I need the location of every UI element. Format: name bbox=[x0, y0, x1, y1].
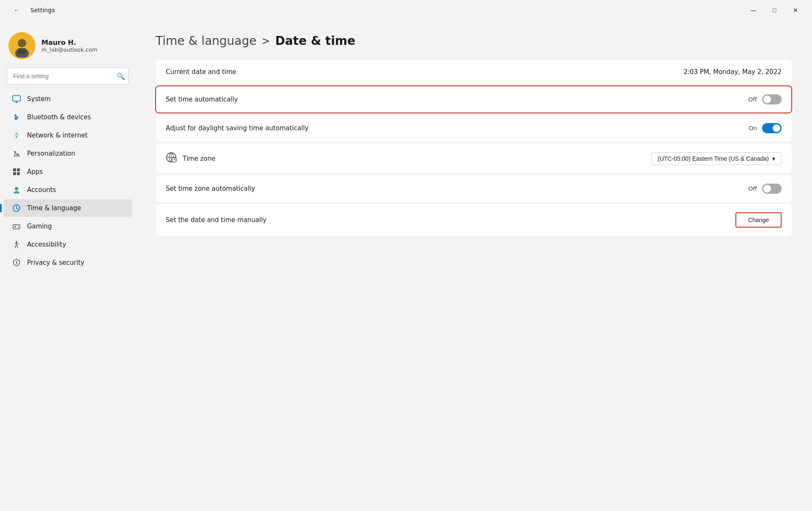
sidebar-item-label-bluetooth: Bluetooth & devices bbox=[27, 113, 91, 121]
change-button[interactable]: Change bbox=[735, 212, 782, 228]
search-box: 🔍 bbox=[7, 68, 129, 85]
bluetooth-icon bbox=[12, 113, 21, 122]
titlebar-controls: — □ ✕ bbox=[743, 3, 805, 17]
titlebar-left: ← Settings bbox=[7, 3, 55, 17]
apps-icon bbox=[12, 167, 21, 176]
svg-rect-9 bbox=[13, 168, 16, 171]
sidebar-item-label-privacy: Privacy & security bbox=[27, 259, 84, 266]
sidebar-item-gaming[interactable]: Gaming bbox=[3, 217, 132, 235]
svg-rect-10 bbox=[17, 168, 20, 171]
daylight-saving-label: Adjust for daylight saving time automati… bbox=[166, 124, 308, 132]
titlebar: ← Settings — □ ✕ bbox=[0, 0, 812, 20]
gaming-icon bbox=[12, 222, 21, 231]
user-profile: Mauro H. m_lab@outlook.com bbox=[0, 27, 135, 68]
svg-rect-3 bbox=[18, 48, 26, 54]
user-info: Mauro H. m_lab@outlook.com bbox=[41, 38, 97, 53]
timezone-left: Time zone bbox=[166, 152, 215, 165]
sidebar-item-label-apps: Apps bbox=[27, 168, 43, 176]
time-icon bbox=[12, 203, 21, 213]
breadcrumb-parent: Time & language bbox=[156, 34, 257, 48]
set-zone-auto-right: Off bbox=[748, 184, 782, 194]
page-header: Time & language > Date & time bbox=[156, 34, 792, 48]
svg-point-25 bbox=[16, 261, 17, 262]
svg-rect-4 bbox=[13, 96, 20, 101]
sidebar-item-accessibility[interactable]: Accessibility bbox=[3, 236, 132, 253]
set-zone-auto-label: Set time zone automatically bbox=[166, 185, 255, 192]
svg-rect-11 bbox=[13, 172, 16, 175]
sidebar-item-apps[interactable]: Apps bbox=[3, 163, 132, 181]
set-zone-auto-toggle[interactable] bbox=[762, 184, 782, 194]
accessibility-icon bbox=[12, 240, 21, 249]
breadcrumb-arrow: > bbox=[262, 35, 270, 47]
sidebar-item-privacy[interactable]: Privacy & security bbox=[3, 254, 132, 272]
personalization-icon bbox=[12, 149, 21, 158]
timezone-card: Time zone (UTC-05:00) Eastern Time (US &… bbox=[156, 143, 792, 173]
search-icon: 🔍 bbox=[117, 73, 125, 80]
sidebar-item-label-personalization: Personalization bbox=[27, 150, 75, 157]
sidebar-item-label-time: Time & language bbox=[27, 204, 81, 212]
sidebar-item-label-accessibility: Accessibility bbox=[27, 241, 66, 248]
set-time-auto-toggle[interactable] bbox=[762, 94, 782, 104]
sidebar-item-accounts[interactable]: Accounts bbox=[3, 181, 132, 199]
sidebar-item-label-gaming: Gaming bbox=[27, 223, 52, 230]
sidebar-item-time[interactable]: Time & language bbox=[3, 199, 132, 217]
set-time-auto-right: Off bbox=[748, 94, 782, 104]
manual-card: Set the date and time manually Change bbox=[156, 204, 792, 236]
svg-rect-17 bbox=[13, 225, 20, 229]
close-button[interactable]: ✕ bbox=[786, 3, 805, 17]
nav-list: System Bluetooth & devices Network & int… bbox=[0, 90, 135, 272]
network-icon bbox=[12, 131, 21, 140]
avatar bbox=[8, 32, 36, 59]
current-datetime-card: Current date and time 2:03 PM, Monday, M… bbox=[156, 60, 792, 84]
daylight-saving-toggle[interactable] bbox=[762, 123, 782, 133]
set-time-auto-toggle-label: Off bbox=[748, 96, 757, 103]
svg-point-22 bbox=[16, 241, 17, 243]
timezone-select[interactable]: (UTC-05:00) Eastern Time (US & Canada) ▾ bbox=[651, 152, 782, 165]
sidebar-item-personalization[interactable]: Personalization bbox=[3, 145, 132, 162]
user-name: Mauro H. bbox=[41, 38, 97, 47]
svg-point-1 bbox=[18, 39, 26, 47]
system-icon bbox=[12, 94, 21, 104]
svg-line-16 bbox=[16, 208, 18, 209]
search-input[interactable] bbox=[7, 68, 129, 85]
manual-label: Set the date and time manually bbox=[166, 216, 266, 224]
accounts-icon bbox=[12, 185, 21, 195]
sidebar-item-label-system: System bbox=[27, 95, 51, 103]
sidebar-item-label-accounts: Accounts bbox=[27, 186, 56, 194]
timezone-label: Time zone bbox=[183, 155, 215, 162]
sidebar-item-system[interactable]: System bbox=[3, 90, 132, 108]
breadcrumb-current: Date & time bbox=[275, 34, 356, 48]
daylight-saving-card: Adjust for daylight saving time automati… bbox=[156, 115, 792, 142]
search-icon-button[interactable]: 🔍 bbox=[117, 72, 125, 80]
svg-point-8 bbox=[14, 151, 16, 153]
set-zone-auto-card: Set time zone automatically Off bbox=[156, 175, 792, 202]
current-datetime-label: Current date and time bbox=[166, 68, 236, 76]
svg-rect-12 bbox=[17, 172, 20, 175]
back-button[interactable]: ← bbox=[7, 3, 26, 17]
app-window: Mauro H. m_lab@outlook.com 🔍 System Blue… bbox=[0, 20, 812, 511]
timezone-icon bbox=[166, 152, 177, 165]
svg-point-7 bbox=[16, 136, 17, 138]
set-time-auto-card: Set time automatically Off bbox=[156, 86, 792, 113]
sidebar-item-network[interactable]: Network & internet bbox=[3, 126, 132, 144]
svg-point-20 bbox=[17, 226, 18, 227]
timezone-value: (UTC-05:00) Eastern Time (US & Canada) bbox=[658, 155, 769, 162]
timezone-chevron-icon: ▾ bbox=[772, 155, 775, 162]
daylight-saving-right: On bbox=[749, 123, 782, 133]
user-email: m_lab@outlook.com bbox=[41, 47, 97, 53]
titlebar-title: Settings bbox=[30, 7, 55, 14]
sidebar-item-bluetooth[interactable]: Bluetooth & devices bbox=[3, 108, 132, 126]
svg-point-21 bbox=[18, 227, 19, 228]
privacy-icon bbox=[12, 258, 21, 267]
content-area: Time & language > Date & time Current da… bbox=[135, 20, 812, 511]
sidebar-item-label-network: Network & internet bbox=[27, 132, 88, 139]
set-zone-auto-toggle-label: Off bbox=[748, 185, 757, 192]
svg-point-13 bbox=[15, 187, 18, 190]
maximize-button[interactable]: □ bbox=[765, 3, 784, 17]
set-time-auto-label: Set time automatically bbox=[166, 96, 238, 103]
sidebar: Mauro H. m_lab@outlook.com 🔍 System Blue… bbox=[0, 20, 135, 511]
current-datetime-value: 2:03 PM, Monday, May 2, 2022 bbox=[683, 68, 782, 76]
daylight-saving-toggle-label: On bbox=[749, 125, 757, 132]
minimize-button[interactable]: — bbox=[743, 3, 763, 17]
